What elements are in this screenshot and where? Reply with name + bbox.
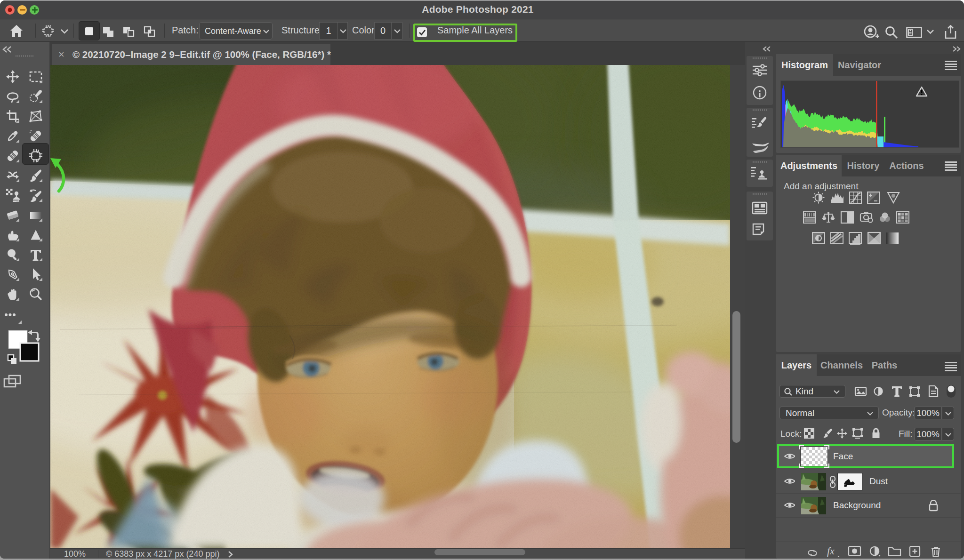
svg-text:fx: fx [827, 545, 835, 557]
